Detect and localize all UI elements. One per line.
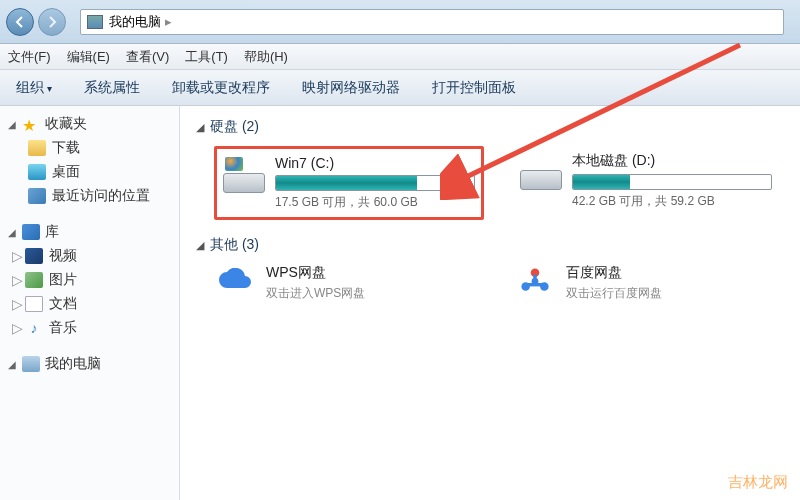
sidebar: ◢ ★ 收藏夹 下载 桌面 最近访问的位置 ◢ 库 <box>0 106 180 500</box>
nav-forward-button[interactable] <box>38 8 66 36</box>
collapse-icon: ◢ <box>8 119 18 130</box>
drive-stats: 42.2 GB 可用，共 59.2 GB <box>572 193 778 210</box>
expand-icon: ▷ <box>12 248 23 264</box>
usage-bar <box>572 174 772 190</box>
other-row: WPS网盘 双击进入WPS网盘 百度网盘 <box>214 264 784 302</box>
section-label: 其他 (3) <box>210 236 259 254</box>
drive-icon <box>223 155 265 193</box>
watermark: 吉林龙网 <box>728 473 788 492</box>
section-header-disks[interactable]: ◢ 硬盘 (2) <box>196 118 784 136</box>
sidebar-item-label: 最近访问的位置 <box>52 187 150 205</box>
computer-icon <box>22 356 40 372</box>
menu-help[interactable]: 帮助(H) <box>244 48 288 66</box>
sidebar-item-label: 桌面 <box>52 163 80 181</box>
nav-back-button[interactable] <box>6 8 34 36</box>
toolbar-control-panel[interactable]: 打开控制面板 <box>426 76 522 100</box>
svg-rect-4 <box>533 275 536 284</box>
content-pane: ◢ 硬盘 (2) Win7 (C:) 17.5 GB 可用，共 60.0 GB <box>180 106 800 500</box>
toolbar-map-drive[interactable]: 映射网络驱动器 <box>296 76 406 100</box>
cloud-info: 百度网盘 双击运行百度网盘 <box>566 264 662 302</box>
titlebar: 我的电脑 ▸ <box>0 0 800 44</box>
cloud-desc: 双击运行百度网盘 <box>566 285 662 302</box>
menubar: 文件(F) 编辑(E) 查看(V) 工具(T) 帮助(H) <box>0 44 800 70</box>
sidebar-header-libraries[interactable]: ◢ 库 <box>0 220 179 244</box>
expand-icon: ▷ <box>12 296 23 312</box>
sidebar-item-label: 文档 <box>49 295 77 313</box>
toolbar-system-properties[interactable]: 系统属性 <box>78 76 146 100</box>
section-label: 硬盘 (2) <box>210 118 259 136</box>
drives-row: Win7 (C:) 17.5 GB 可用，共 60.0 GB 本地磁盘 (D:) <box>214 146 784 220</box>
sidebar-header-label: 库 <box>45 223 59 241</box>
sidebar-item-label: 下载 <box>52 139 80 157</box>
video-icon <box>25 248 43 264</box>
collapse-icon: ◢ <box>8 359 18 370</box>
libraries-icon <box>22 224 40 240</box>
sidebar-header-label: 我的电脑 <box>45 355 101 373</box>
drive-stats: 17.5 GB 可用，共 60.0 GB <box>275 194 475 211</box>
collapse-icon: ◢ <box>196 239 204 252</box>
toolbar-organize[interactable]: 组织 <box>10 76 58 100</box>
sidebar-group-computer: ◢ 我的电脑 <box>0 352 179 376</box>
sidebar-item-recent[interactable]: 最近访问的位置 <box>0 184 179 208</box>
expand-icon: ▷ <box>12 320 23 336</box>
sidebar-item-videos[interactable]: ▷ 视频 <box>0 244 179 268</box>
pictures-icon <box>25 272 43 288</box>
sidebar-item-downloads[interactable]: 下载 <box>0 136 179 160</box>
svg-rect-5 <box>527 283 544 286</box>
downloads-folder-icon <box>28 140 46 156</box>
sidebar-item-desktop[interactable]: 桌面 <box>0 160 179 184</box>
cloud-baidu[interactable]: 百度网盘 双击运行百度网盘 <box>514 264 754 302</box>
star-icon: ★ <box>22 116 40 132</box>
usage-bar <box>275 175 475 191</box>
expand-icon: ▷ <box>12 272 23 288</box>
sidebar-item-label: 图片 <box>49 271 77 289</box>
usage-fill <box>573 175 630 189</box>
recent-places-icon <box>28 188 46 204</box>
breadcrumb-separator: ▸ <box>165 14 172 29</box>
menu-file[interactable]: 文件(F) <box>8 48 51 66</box>
cloud-name: 百度网盘 <box>566 264 662 282</box>
sidebar-item-label: 视频 <box>49 247 77 265</box>
drive-name: 本地磁盘 (D:) <box>572 152 778 170</box>
menu-tools[interactable]: 工具(T) <box>185 48 228 66</box>
address-bar[interactable]: 我的电脑 ▸ <box>80 9 784 35</box>
sidebar-item-documents[interactable]: ▷ 文档 <box>0 292 179 316</box>
computer-icon <box>87 15 103 29</box>
main-area: ◢ ★ 收藏夹 下载 桌面 最近访问的位置 ◢ 库 <box>0 106 800 500</box>
drive-d[interactable]: 本地磁盘 (D:) 42.2 GB 可用，共 59.2 GB <box>514 146 784 220</box>
drive-c[interactable]: Win7 (C:) 17.5 GB 可用，共 60.0 GB <box>214 146 484 220</box>
wps-cloud-icon <box>214 264 256 302</box>
drive-icon <box>520 152 562 190</box>
breadcrumb-location[interactable]: 我的电脑 <box>109 13 161 31</box>
menu-view[interactable]: 查看(V) <box>126 48 169 66</box>
sidebar-item-label: 音乐 <box>49 319 77 337</box>
baidu-cloud-icon <box>514 264 556 302</box>
music-icon: ♪ <box>25 320 43 336</box>
toolbar: 组织 系统属性 卸载或更改程序 映射网络驱动器 打开控制面板 <box>0 70 800 106</box>
drive-info: Win7 (C:) 17.5 GB 可用，共 60.0 GB <box>275 155 475 211</box>
drive-name: Win7 (C:) <box>275 155 475 171</box>
sidebar-header-favorites[interactable]: ◢ ★ 收藏夹 <box>0 112 179 136</box>
collapse-icon: ◢ <box>196 121 204 134</box>
sidebar-group-favorites: ◢ ★ 收藏夹 下载 桌面 最近访问的位置 <box>0 112 179 208</box>
cloud-desc: 双击进入WPS网盘 <box>266 285 365 302</box>
sidebar-item-music[interactable]: ▷ ♪ 音乐 <box>0 316 179 340</box>
sidebar-header-computer[interactable]: ◢ 我的电脑 <box>0 352 179 376</box>
documents-icon <box>25 296 43 312</box>
toolbar-uninstall-programs[interactable]: 卸载或更改程序 <box>166 76 276 100</box>
section-header-other[interactable]: ◢ 其他 (3) <box>196 236 784 254</box>
cloud-name: WPS网盘 <box>266 264 365 282</box>
sidebar-item-pictures[interactable]: ▷ 图片 <box>0 268 179 292</box>
drive-info: 本地磁盘 (D:) 42.2 GB 可用，共 59.2 GB <box>572 152 778 210</box>
sidebar-header-label: 收藏夹 <box>45 115 87 133</box>
menu-edit[interactable]: 编辑(E) <box>67 48 110 66</box>
cloud-info: WPS网盘 双击进入WPS网盘 <box>266 264 365 302</box>
cloud-wps[interactable]: WPS网盘 双击进入WPS网盘 <box>214 264 454 302</box>
usage-fill <box>276 176 417 190</box>
collapse-icon: ◢ <box>8 227 18 238</box>
desktop-icon <box>28 164 46 180</box>
sidebar-group-libraries: ◢ 库 ▷ 视频 ▷ 图片 ▷ 文档 ▷ ♪ 音乐 <box>0 220 179 340</box>
